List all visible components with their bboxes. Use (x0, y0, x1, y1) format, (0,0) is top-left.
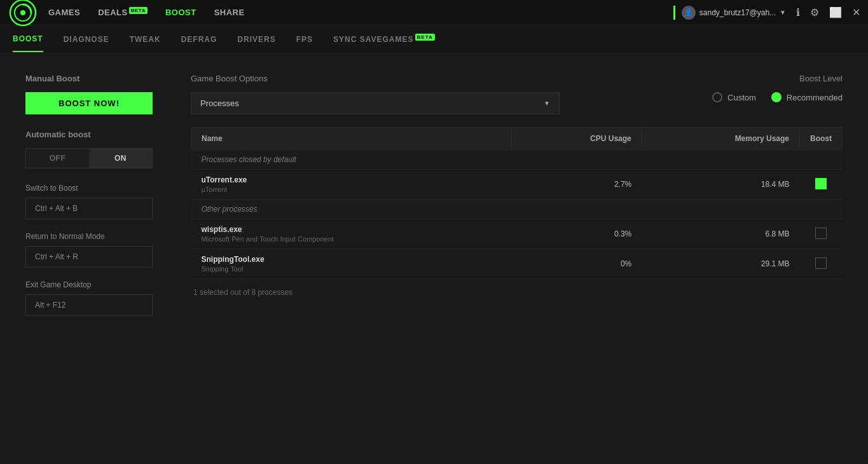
resize-handle[interactable]: ⋱ (860, 456, 867, 463)
manual-boost-label: Manual Boost (25, 74, 153, 83)
username: sandy_brutz17@yah... (699, 8, 776, 17)
exit-shortcut: Alt + F12 (25, 294, 153, 316)
subnav-sync[interactable]: SYNC SAVEGAMESBETA (333, 27, 435, 51)
avatar: 👤 (682, 6, 696, 20)
dropdown-arrow-icon: ▼ (544, 100, 550, 107)
table-row: wisptis.exe Microsoft Pen and Touch Inpu… (191, 219, 843, 249)
col-cpu: CPU Usage (511, 128, 642, 150)
table-footer: 1 selected out of 8 processes (191, 288, 843, 297)
custom-radio-label: Custom (727, 93, 756, 102)
titlebar-right: 👤 sandy_brutz17@yah... ▼ ℹ ⚙ ⬜ ✕ (673, 6, 860, 20)
table-row: uTorrent.exe µTorrent 2.7% 18.4 MB (191, 170, 843, 200)
game-boost-title: Game Boost Options (191, 74, 687, 83)
left-panel: Manual Boost BOOST NOW! Automatic boost … (25, 74, 153, 444)
subnav: BOOST DIAGNOSE TWEAK DEFRAG DRIVERS FPS … (0, 25, 868, 53)
recommended-radio-label: Recommended (787, 93, 843, 102)
game-boost-section: Game Boost Options Processes ▼ (191, 74, 687, 114)
user-dropdown[interactable]: 👤 sandy_brutz17@yah... ▼ (673, 6, 786, 20)
svg-point-2 (20, 10, 25, 15)
main-nav: GAMES DEALSBETA BOOST SHARE (48, 8, 673, 17)
nav-boost[interactable]: BOOST (165, 8, 196, 17)
toggle-on[interactable]: ON (89, 149, 152, 168)
boost-level-title: Boost Level (712, 74, 843, 83)
subnav-tweak[interactable]: TWEAK (130, 27, 161, 51)
right-top: Game Boost Options Processes ▼ Boost Lev… (191, 74, 843, 114)
subnav-defrag[interactable]: DEFRAG (181, 27, 217, 51)
process-table: Name CPU Usage Memory Usage Boost Proces… (191, 127, 843, 279)
group-header-label-2: Other processes (191, 200, 843, 219)
return-shortcut: Ctrl + Alt + R (25, 246, 153, 268)
processes-dropdown[interactable]: Processes ▼ (191, 92, 560, 114)
boost-level-options: Custom Recommended (712, 92, 843, 102)
process-name-cell: uTorrent.exe µTorrent (191, 170, 512, 200)
process-table-wrapper: Name CPU Usage Memory Usage Boost Proces… (191, 127, 843, 279)
user-chevron-icon: ▼ (780, 9, 786, 16)
deals-beta-badge: BETA (129, 7, 148, 14)
process-name-cell: wisptis.exe Microsoft Pen and Touch Inpu… (191, 219, 512, 249)
process-sub: Microsoft Pen and Touch Input Component (202, 235, 502, 243)
switch-label: Switch to Boost (25, 184, 153, 193)
info-icon[interactable]: ℹ (796, 6, 800, 18)
boost-checkbox-cell[interactable] (800, 249, 843, 279)
cpu-usage-cell: 2.7% (511, 170, 642, 200)
recommended-radio-circle (771, 92, 782, 102)
recommended-radio[interactable]: Recommended (771, 92, 843, 102)
memory-usage-cell: 18.4 MB (642, 170, 799, 200)
boost-checkbox-empty[interactable] (815, 228, 827, 239)
col-name: Name (191, 128, 512, 150)
dropdown-value: Processes (200, 99, 239, 108)
nav-share[interactable]: SHARE (214, 8, 245, 17)
custom-radio-circle (712, 92, 722, 102)
close-icon[interactable]: ✕ (852, 6, 860, 18)
col-boost: Boost (800, 128, 843, 150)
boost-checkbox-cell[interactable] (800, 170, 843, 200)
subnav-fps[interactable]: FPS (296, 27, 313, 51)
memory-usage-cell: 6.8 MB (642, 219, 799, 249)
return-label: Return to Normal Mode (25, 232, 153, 241)
subnav-diagnose[interactable]: DIAGNOSE (64, 27, 109, 51)
boost-checkbox-empty[interactable] (815, 257, 827, 269)
table-row: SnippingTool.exe Snipping Tool 0% 29.1 M… (191, 249, 843, 279)
auto-boost-toggle[interactable]: OFF ON (25, 148, 153, 168)
process-sub: Snipping Tool (202, 265, 502, 273)
cpu-usage-cell: 0.3% (511, 219, 642, 249)
return-normal-section: Return to Normal Mode Ctrl + Alt + R (25, 232, 153, 268)
process-name: wisptis.exe (202, 225, 502, 234)
nav-deals[interactable]: DEALSBETA (98, 8, 148, 17)
memory-usage-cell: 29.1 MB (642, 249, 799, 279)
boost-level-section: Boost Level Custom Recommended (712, 74, 843, 102)
process-sub: µTorrent (202, 186, 502, 193)
col-memory: Memory Usage (642, 128, 799, 150)
app-logo (8, 0, 38, 28)
main-content: Manual Boost BOOST NOW! Automatic boost … (0, 53, 868, 464)
switch-to-boost-section: Switch to Boost Ctrl + Alt + B (25, 184, 153, 219)
right-panel: Game Boost Options Processes ▼ Boost Lev… (191, 74, 843, 444)
toggle-off[interactable]: OFF (26, 149, 89, 168)
group-header-2: Other processes (191, 200, 843, 219)
boost-checkbox-checked[interactable] (815, 178, 827, 189)
minimize-icon[interactable]: ⬜ (829, 6, 842, 18)
settings-icon[interactable]: ⚙ (810, 6, 819, 18)
titlebar: GAMES DEALSBETA BOOST SHARE 👤 sandy_brut… (0, 0, 868, 25)
process-name: SnippingTool.exe (202, 255, 502, 264)
boost-now-button[interactable]: BOOST NOW! (25, 92, 153, 114)
nav-games[interactable]: GAMES (48, 8, 80, 17)
group-header-label-1: Processes closed by default (191, 150, 843, 170)
boost-checkbox-cell[interactable] (800, 219, 843, 249)
cpu-usage-cell: 0% (511, 249, 642, 279)
subnav-boost[interactable]: BOOST (13, 27, 43, 52)
process-name-cell: SnippingTool.exe Snipping Tool (191, 249, 512, 279)
custom-radio[interactable]: Custom (712, 92, 756, 102)
group-header-1: Processes closed by default (191, 150, 843, 170)
exit-label: Exit Game Desktop (25, 280, 153, 289)
switch-shortcut: Ctrl + Alt + B (25, 198, 153, 219)
subnav-drivers[interactable]: DRIVERS (237, 27, 275, 51)
table-header-row: Name CPU Usage Memory Usage Boost (191, 128, 843, 150)
exit-section: Exit Game Desktop Alt + F12 (25, 280, 153, 316)
process-name: uTorrent.exe (202, 175, 502, 184)
sync-beta-badge: BETA (415, 34, 435, 41)
automatic-boost-label: Automatic boost (25, 130, 153, 139)
